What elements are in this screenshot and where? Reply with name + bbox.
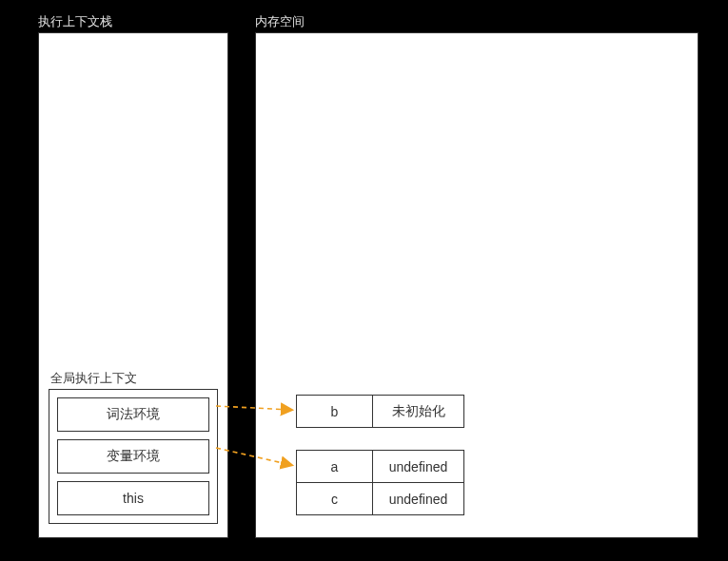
stack-title: 执行上下文栈 <box>38 13 112 30</box>
memory-space: b 未初始化 a undefined c undefined <box>255 32 698 538</box>
memory-title: 内存空间 <box>255 13 305 30</box>
var-value-cell: 未初始化 <box>373 396 464 428</box>
global-execution-context: 词法环境 变量环境 this <box>49 389 218 524</box>
lexical-environment-box: 词法环境 <box>57 397 209 432</box>
execution-context-stack: 全局执行上下文 词法环境 变量环境 this <box>38 32 228 538</box>
var-name-cell: c <box>297 483 373 515</box>
lexical-env-table: b 未初始化 <box>296 395 464 428</box>
this-binding-label: this <box>123 491 144 506</box>
this-binding-box: this <box>57 481 209 515</box>
variable-environment-label: 变量环境 <box>107 448 160 465</box>
variable-environment-box: 变量环境 <box>57 439 209 474</box>
var-value-cell: undefined <box>373 483 464 515</box>
var-name-cell: b <box>297 396 373 428</box>
table-row: a undefined <box>297 451 464 483</box>
global-context-title: 全局执行上下文 <box>50 370 137 387</box>
variable-env-table: a undefined c undefined <box>296 450 464 515</box>
lexical-environment-label: 词法环境 <box>107 406 160 423</box>
table-row: c undefined <box>297 483 464 515</box>
var-value-cell: undefined <box>373 451 464 483</box>
table-row: b 未初始化 <box>297 396 464 428</box>
diagram-canvas: 执行上下文栈 全局执行上下文 词法环境 变量环境 this 内存空间 b 未初始… <box>0 0 728 561</box>
var-name-cell: a <box>297 451 373 483</box>
